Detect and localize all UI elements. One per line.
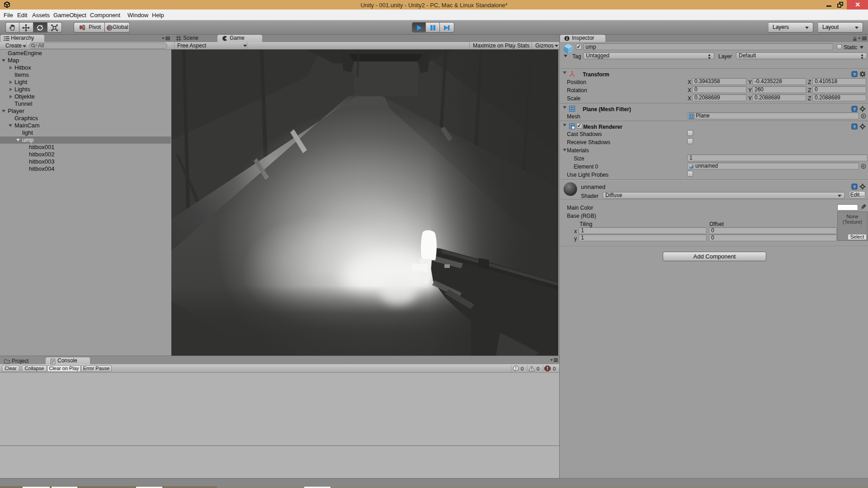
svg-text:?: ?	[853, 125, 855, 129]
svg-text:?: ?	[853, 107, 855, 112]
svg-text:?: ?	[853, 185, 855, 189]
svg-text:?: ?	[853, 72, 855, 77]
